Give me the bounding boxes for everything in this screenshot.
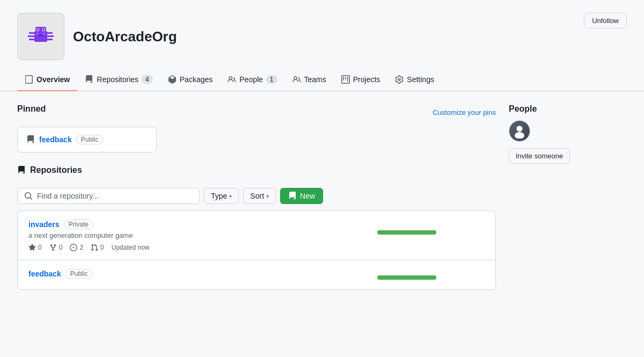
org-header-left: OctoArcadeOrg: [17, 13, 177, 60]
svg-point-17: [516, 126, 522, 132]
projects-nav-icon: [341, 75, 350, 84]
repos-header: Repositories: [17, 165, 496, 181]
repo-list: invaders Private a next generation compu…: [17, 210, 496, 290]
fork-icon: [49, 244, 57, 251]
new-repo-label: New: [300, 192, 315, 200]
repo-item-right-feedback: [377, 269, 485, 280]
unfollow-button[interactable]: Unfollow: [584, 13, 627, 28]
table-row: invaders Private a next generation compu…: [18, 211, 495, 260]
repo-icon: [26, 135, 35, 144]
nav-item-settings[interactable]: Settings: [387, 69, 442, 91]
type-label: Type: [211, 192, 227, 200]
type-dropdown-button[interactable]: Type ▾: [204, 188, 239, 204]
nav-item-packages[interactable]: Packages: [160, 69, 220, 91]
nav-label-overview: Overview: [36, 75, 70, 84]
person-silhouette-icon: [512, 123, 527, 139]
teams-nav-icon: [292, 75, 301, 84]
svg-rect-6: [38, 30, 38, 30]
nav-item-people[interactable]: People 1: [220, 69, 284, 91]
pinned-card-feedback: feedback Public: [17, 127, 157, 152]
svg-rect-13: [47, 39, 53, 40]
svg-rect-15: [36, 33, 39, 35]
repositories-title: Repositories: [30, 165, 82, 175]
repo-item-right-invaders: [377, 220, 485, 235]
people-nav-icon: [228, 75, 236, 84]
repo-item-left-invaders: invaders Private a next generation compu…: [28, 220, 377, 251]
repositories-icon: [17, 166, 26, 174]
repositories-badge: 4: [142, 75, 153, 84]
issues-invaders: 2: [70, 244, 83, 251]
lang-bar-feedback: [377, 275, 436, 280]
search-icon: [24, 192, 33, 200]
nav-item-teams[interactable]: Teams: [285, 69, 334, 91]
invite-someone-button[interactable]: Invite someone: [509, 148, 570, 164]
org-nav: Overview Repositories 4 Packages People …: [0, 69, 644, 91]
sort-chevron-icon: ▾: [266, 193, 269, 199]
sort-dropdown-button[interactable]: Sort ▾: [243, 188, 276, 204]
type-chevron-icon: ▾: [229, 193, 232, 199]
people-avatars: [509, 120, 627, 142]
repo-item-title-invaders: invaders Private: [28, 220, 377, 229]
avatar-inner: [509, 121, 530, 141]
table-row: feedback Public: [18, 260, 495, 289]
pr-icon: [91, 244, 98, 251]
pinned-section: Pinned Customize your pins feedback Publ…: [17, 104, 496, 152]
repo-search-input[interactable]: [37, 192, 193, 200]
nav-item-repositories[interactable]: Repositories 4: [77, 69, 160, 91]
svg-rect-10: [29, 39, 34, 40]
person-avatar[interactable]: [509, 120, 530, 142]
pinned-repo-visibility-feedback: Public: [76, 135, 104, 144]
svg-rect-0: [34, 31, 47, 42]
page-wrapper: OctoArcadeOrg Unfollow Overview Reposito…: [0, 0, 644, 303]
repositories-section-title: Repositories: [17, 165, 82, 175]
updated-invaders: Updated now: [112, 244, 150, 251]
pinned-repo-name-feedback[interactable]: feedback: [39, 135, 72, 144]
repo-visibility-invaders: Private: [64, 220, 93, 229]
prs-invaders: 0: [91, 244, 104, 251]
repo-name-feedback[interactable]: feedback: [28, 269, 61, 278]
lang-bar-invaders: [377, 230, 436, 235]
svg-rect-11: [47, 32, 53, 34]
content-right: People Invite someone: [509, 104, 627, 290]
org-avatar-icon: [25, 20, 57, 53]
nav-item-overview[interactable]: Overview: [17, 69, 77, 91]
stars-invaders: 0: [28, 244, 42, 251]
pinned-grid: feedback Public: [17, 127, 496, 152]
star-icon: [28, 244, 36, 251]
nav-label-packages: Packages: [180, 75, 213, 84]
repo-nav-icon: [85, 75, 93, 84]
people-badge: 1: [266, 75, 277, 84]
fork-count-invaders: 0: [59, 244, 63, 251]
settings-nav-icon: [395, 75, 404, 84]
packages-nav-icon: [168, 75, 177, 84]
nav-label-people: People: [239, 75, 263, 84]
repositories-section: Repositories Type ▾: [17, 165, 496, 290]
svg-rect-8: [29, 32, 34, 34]
sort-label: Sort: [250, 192, 264, 200]
org-avatar: [17, 13, 64, 60]
content-left: Pinned Customize your pins feedback Publ…: [17, 104, 496, 290]
customize-pins-link[interactable]: Customize your pins: [433, 108, 496, 116]
svg-rect-7: [43, 30, 44, 30]
main-content: Pinned Customize your pins feedback Publ…: [0, 91, 644, 303]
repo-item-left-feedback: feedback Public: [28, 269, 377, 281]
nav-label-projects: Projects: [353, 75, 380, 84]
people-sidebar-title: People: [509, 104, 627, 114]
repo-visibility-feedback: Public: [65, 269, 93, 279]
nav-label-settings: Settings: [407, 75, 434, 84]
new-repo-button[interactable]: New: [280, 188, 323, 204]
nav-label-teams: Teams: [304, 75, 326, 84]
repo-name-invaders[interactable]: invaders: [28, 220, 60, 229]
org-header: OctoArcadeOrg Unfollow: [0, 0, 644, 60]
new-repo-icon: [288, 192, 297, 200]
svg-rect-9: [28, 35, 34, 37]
overview-icon: [25, 75, 33, 84]
nav-item-projects[interactable]: Projects: [334, 69, 388, 91]
star-count-invaders: 0: [38, 244, 42, 251]
repo-controls: Type ▾ Sort ▾ New: [17, 188, 496, 204]
issues-icon: [70, 244, 77, 251]
repo-desc-invaders: a next generation computer game: [28, 231, 377, 239]
nav-label-repositories: Repositories: [97, 75, 138, 84]
org-name: OctoArcadeOrg: [73, 28, 177, 45]
svg-rect-14: [38, 35, 43, 36]
